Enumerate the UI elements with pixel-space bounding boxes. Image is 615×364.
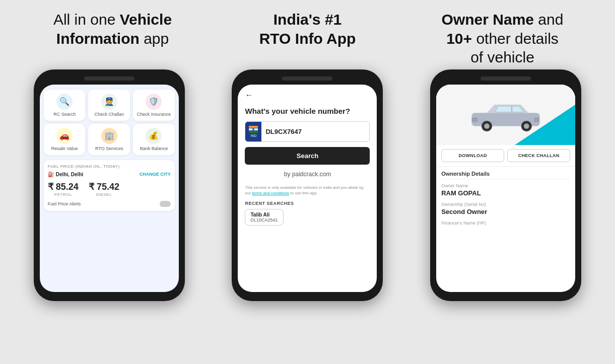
check-challan-label: Check Challan: [95, 112, 124, 117]
financer-label: Financer's Name (HP): [441, 221, 570, 226]
headline-3-bold2: 10+: [446, 30, 472, 47]
flag-bot: [249, 131, 258, 133]
headlines-area: All in one VehicleInformation app India'…: [0, 0, 615, 69]
ownership-serial-row: Ownership (Serial No) Second Owner: [441, 202, 570, 215]
check-insurance-label: Check Insurance: [137, 112, 171, 117]
owner-name-row: Owner Name RAM GOPAL: [441, 183, 570, 197]
watermark: by paidcrack.com: [245, 171, 370, 178]
recent-search-chip[interactable]: Talib Ali DL10CA2541: [245, 209, 283, 226]
headline-1-bold: VehicleInformation: [56, 11, 172, 47]
financer-row: Financer's Name (HP): [441, 221, 570, 226]
disclaimer: This service is only available for vehic…: [245, 185, 370, 196]
icon-bank-balance[interactable]: 💰 Bank Balance: [133, 124, 175, 155]
action-buttons: DOWNLOAD CHECK CHALLAN: [436, 145, 575, 167]
resale-value-icon: 🚗: [56, 128, 73, 144]
vehicle-number-input[interactable]: [261, 124, 369, 139]
fuel-alerts-row: Fuel Price Alerts: [48, 201, 171, 207]
rto-services-label: RTO Services: [95, 146, 123, 151]
terms-link[interactable]: terms and conditions: [252, 191, 289, 195]
ownership-serial-value: Second Owner: [441, 208, 570, 215]
headline-2: India's #1RTO Info App: [217, 10, 398, 67]
flag-dot: [252, 128, 254, 130]
svg-point-5: [484, 123, 490, 129]
bank-balance-label: Bank Balance: [140, 146, 168, 151]
phone-1-screen: 🔍 RC Search 👮 Check Challan 🛡️ Check Ins…: [40, 85, 179, 292]
rc-search-icon: 🔍: [56, 94, 73, 110]
icon-rc-search[interactable]: 🔍 RC Search: [44, 90, 86, 121]
fuel-prices: ₹ 85.24 PETROL ₹ 75.42 DIESEL: [48, 181, 171, 197]
check-insurance-icon: 🛡️: [146, 94, 162, 110]
petrol-price: ₹ 85.24: [48, 181, 79, 192]
phone-3: DOWNLOAD CHECK CHALLAN Ownership Details…: [430, 69, 581, 301]
fuel-city-row: ⛽ Delhi, Delhi CHANGE CITY: [48, 172, 171, 177]
recent-plate: DL10CA2541: [250, 217, 278, 223]
headline-2-bold: India's #1RTO Info App: [259, 11, 356, 47]
phone-1-wrap: 🔍 RC Search 👮 Check Challan 🛡️ Check Ins…: [34, 69, 185, 301]
phone-1-notch: [84, 77, 134, 81]
ownership-title: Ownership Details: [441, 171, 570, 179]
owner-name-label: Owner Name: [441, 183, 570, 188]
phone-1: 🔍 RC Search 👮 Check Challan 🛡️ Check Ins…: [34, 69, 185, 301]
ind-label: IND: [250, 134, 256, 137]
fuel-alerts-toggle[interactable]: [160, 201, 171, 207]
recent-searches-label: RECENT SEARCHES: [245, 201, 370, 206]
download-button[interactable]: DOWNLOAD: [441, 149, 504, 162]
flag-mid: [249, 128, 258, 130]
icon-check-challan[interactable]: 👮 Check Challan: [88, 90, 130, 121]
ownership-serial-label: Ownership (Serial No): [441, 202, 570, 207]
icon-grid: 🔍 RC Search 👮 Check Challan 🛡️ Check Ins…: [44, 90, 175, 155]
petrol-label: PETROL: [48, 192, 79, 197]
headline-3-bold1: Owner Name: [442, 11, 534, 28]
phone-2: ← What's your vehicle number? IND Search…: [232, 69, 383, 301]
fuel-alerts-label: Fuel Price Alerts: [48, 201, 81, 206]
phone-2-screen: ← What's your vehicle number? IND Search…: [238, 85, 377, 292]
check-challan-icon: 👮: [101, 94, 117, 110]
petrol-price-item: ₹ 85.24 PETROL: [48, 181, 79, 197]
car-image-area: [436, 85, 575, 145]
bank-balance-icon: 💰: [146, 128, 162, 144]
vehicle-input-wrap: IND: [245, 121, 370, 142]
fuel-section: FUEL PRICE (INDIAN OIL, TODAY) ⛽ Delhi, …: [44, 160, 175, 211]
ownership-section: Ownership Details Owner Name RAM GOPAL O…: [436, 167, 575, 235]
rc-search-label: RC Search: [53, 112, 76, 117]
rto-services-icon: 🏢: [101, 128, 117, 144]
check-challan-button[interactable]: CHECK CHALLAN: [507, 149, 570, 162]
phone-2-wrap: ← What's your vehicle number? IND Search…: [232, 69, 383, 301]
vehicle-question: What's your vehicle number?: [245, 107, 370, 115]
phone-3-notch: [481, 77, 531, 81]
phone-2-notch: [282, 77, 332, 81]
phone-3-wrap: DOWNLOAD CHECK CHALLAN Ownership Details…: [430, 69, 581, 301]
icon-resale-value[interactable]: 🚗 Resale Value: [44, 124, 86, 155]
fuel-city-left: ⛽ Delhi, Delhi: [48, 172, 83, 177]
city-name: Delhi, Delhi: [56, 172, 83, 177]
diesel-price-item: ₹ 75.42 DIESEL: [89, 181, 119, 197]
icon-rto-services[interactable]: 🏢 RTO Services: [88, 124, 130, 155]
change-city-link[interactable]: CHANGE CITY: [140, 172, 171, 177]
fuel-title: FUEL PRICE (INDIAN OIL, TODAY): [48, 164, 171, 169]
back-arrow[interactable]: ←: [245, 91, 370, 100]
owner-name-value: RAM GOPAL: [441, 189, 570, 197]
svg-rect-8: [472, 117, 478, 122]
search-button[interactable]: Search: [245, 147, 370, 165]
icon-check-insurance[interactable]: 🛡️ Check Insurance: [133, 90, 175, 121]
headline-1: All in one VehicleInformation app: [22, 10, 203, 67]
diesel-price: ₹ 75.42: [89, 181, 119, 192]
resale-value-label: Resale Value: [51, 146, 78, 151]
phones-section: 🔍 RC Search 👮 Check Challan 🛡️ Check Ins…: [0, 69, 615, 365]
svg-marker-2: [495, 106, 511, 112]
fuel-icon: ⛽: [48, 172, 54, 177]
india-flag: IND: [245, 122, 261, 141]
diesel-label: DIESEL: [89, 192, 119, 197]
recent-name: Talib Ali: [250, 212, 278, 217]
phone-3-screen: DOWNLOAD CHECK CHALLAN Ownership Details…: [436, 85, 575, 292]
flag-top: [249, 126, 258, 128]
headline-3: Owner Name and 10+ other detailsof vehic…: [412, 10, 593, 67]
teal-decoration: [515, 105, 575, 145]
